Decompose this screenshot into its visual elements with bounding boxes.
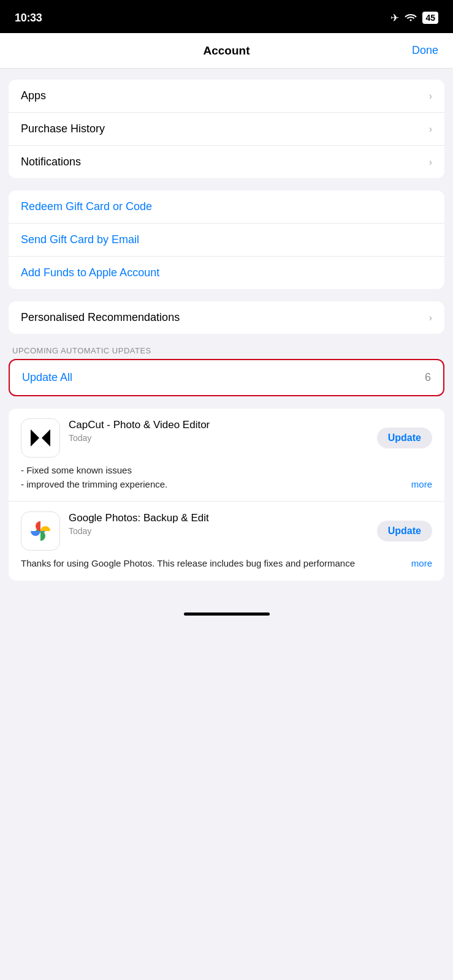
send-gift-item[interactable]: Send Gift Card by Email	[9, 224, 444, 257]
apps-item[interactable]: Apps ›	[9, 80, 444, 113]
gphotos-icon	[21, 511, 60, 551]
send-gift-label: Send Gift Card by Email	[21, 233, 139, 246]
updates-section-label: UPCOMING AUTOMATIC UPDATES	[9, 346, 444, 359]
redeem-item[interactable]: Redeem Gift Card or Code	[9, 190, 444, 224]
update-all-count: 6	[425, 371, 431, 384]
add-funds-label: Add Funds to Apple Account	[21, 266, 159, 279]
battery-icon: 45	[422, 12, 438, 24]
gphotos-more-link[interactable]: more	[411, 557, 432, 571]
svg-rect-3	[39, 431, 42, 435]
add-funds-item[interactable]: Add Funds to Apple Account	[9, 257, 444, 289]
done-button[interactable]: Done	[412, 44, 438, 57]
update-all-row[interactable]: Update All 6	[10, 360, 443, 395]
apps-label: Apps	[21, 89, 46, 102]
notifications-chevron: ›	[429, 157, 432, 168]
update-all-card: Update All 6	[9, 359, 444, 396]
app-updates-card: CapCut - Photo & Video Editor Today Upda…	[9, 409, 444, 581]
menu-section: Apps › Purchase History › Notifications …	[9, 80, 444, 178]
capcut-name: CapCut - Photo & Video Editor	[69, 418, 368, 432]
capcut-row: CapCut - Photo & Video Editor Today Upda…	[9, 409, 444, 502]
update-all-label: Update All	[22, 371, 72, 384]
home-bar	[184, 612, 270, 616]
capcut-icon	[21, 418, 60, 458]
status-icons: ✈ 45	[390, 12, 438, 24]
notifications-item[interactable]: Notifications ›	[9, 146, 444, 178]
status-time: 10:33	[15, 12, 42, 24]
capcut-more-link[interactable]: more	[411, 478, 432, 492]
capcut-description: - Fixed some known issues - improved the…	[21, 464, 432, 491]
gphotos-info: Google Photos: Backup & Edit Today	[69, 511, 368, 536]
wifi-icon	[404, 12, 417, 24]
home-indicator	[0, 605, 453, 618]
capcut-date: Today	[69, 433, 368, 443]
airplane-icon: ✈	[390, 12, 399, 24]
content: Apps › Purchase History › Notifications …	[0, 69, 453, 605]
apps-chevron: ›	[429, 91, 432, 102]
recommendations-label: Personalised Recommendations	[21, 311, 180, 324]
capcut-top: CapCut - Photo & Video Editor Today Upda…	[21, 418, 432, 458]
gphotos-update-button[interactable]: Update	[377, 521, 432, 541]
gphotos-row: Google Photos: Backup & Edit Today Updat…	[9, 502, 444, 581]
purchase-history-chevron: ›	[429, 124, 432, 135]
svg-rect-4	[39, 441, 42, 445]
gphotos-description: Thanks for using Google Photos. This rel…	[21, 557, 432, 571]
nav-bar: Account Done	[0, 33, 453, 69]
notifications-label: Notifications	[21, 156, 81, 168]
recommendations-section: Personalised Recommendations ›	[9, 301, 444, 334]
recommendations-item[interactable]: Personalised Recommendations ›	[9, 301, 444, 334]
capcut-info: CapCut - Photo & Video Editor Today	[69, 418, 368, 443]
updates-section: UPCOMING AUTOMATIC UPDATES Update All 6	[9, 346, 444, 396]
recommendations-chevron: ›	[429, 312, 432, 323]
status-bar: 10:33 ✈ 45	[0, 0, 453, 33]
redeem-label: Redeem Gift Card or Code	[21, 200, 152, 213]
purchase-history-label: Purchase History	[21, 123, 105, 135]
gphotos-date: Today	[69, 526, 368, 536]
purchase-history-item[interactable]: Purchase History ›	[9, 113, 444, 146]
capcut-update-button[interactable]: Update	[377, 428, 432, 448]
gift-section: Redeem Gift Card or Code Send Gift Card …	[9, 190, 444, 289]
gphotos-name: Google Photos: Backup & Edit	[69, 511, 368, 525]
gphotos-top: Google Photos: Backup & Edit Today Updat…	[21, 511, 432, 551]
page-title: Account	[204, 44, 250, 58]
